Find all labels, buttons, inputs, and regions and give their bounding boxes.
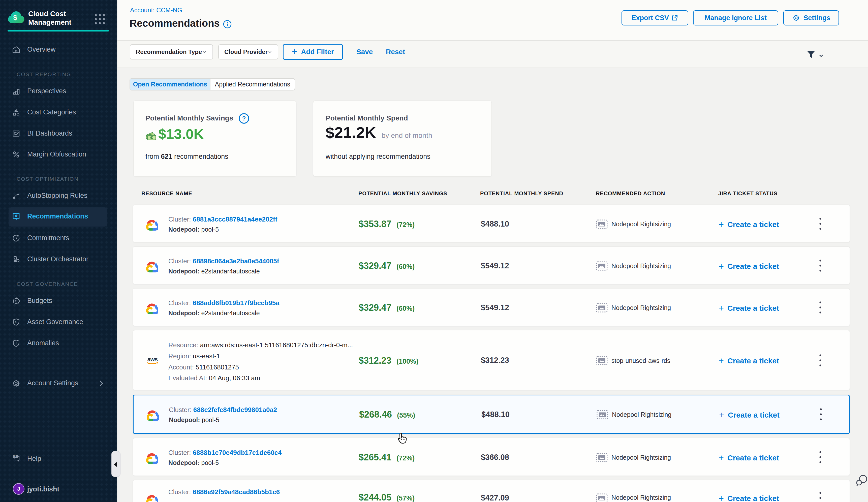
svg-text:$: $ [15, 320, 17, 324]
svg-text:?: ? [14, 454, 16, 458]
svg-text:?: ? [242, 115, 246, 122]
svg-text:aws: aws [147, 356, 158, 363]
svg-text:$: $ [151, 136, 153, 139]
svg-text:$: $ [13, 14, 17, 21]
